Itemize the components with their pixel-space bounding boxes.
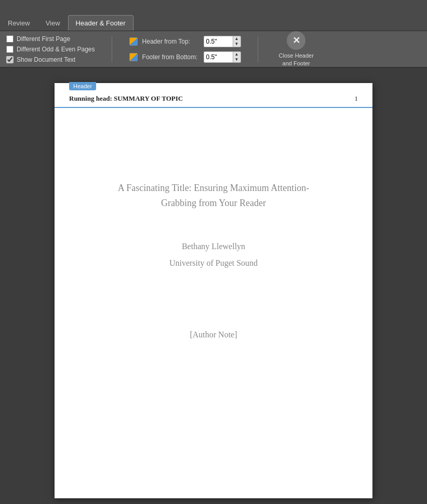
footer-from-bottom-field[interactable] [204,52,233,62]
footer-from-bottom-spinner: ▲ ▼ [233,52,241,62]
tab-view[interactable]: View [38,15,68,31]
options-group: Different First Page Different Odd & Eve… [6,35,95,63]
footer-from-bottom-input-wrap: ▲ ▼ [204,51,241,63]
page-body: A Fascinating Title: Ensuring Maximum At… [55,108,372,498]
header-from-top-input-wrap: ▲ ▼ [204,36,241,47]
document-institution: University of Puget Sound [169,258,258,268]
header-from-top-up[interactable]: ▲ [233,36,241,42]
header-from-top-down[interactable]: ▼ [233,42,241,47]
ribbon: Different First Page Different Odd & Eve… [0,31,427,67]
header-icon-rect [129,37,138,46]
document-author-note: [Author Note] [190,330,237,339]
different-first-page-input[interactable] [6,35,14,43]
page-header[interactable]: Header Running head: SUMMARY OF TOPIC 1 [55,83,372,108]
document-title: A Fascinating Title: Ensuring Maximum At… [118,181,310,211]
ribbon-divider-2 [258,36,258,62]
footer-from-bottom-down[interactable]: ▼ [233,57,241,62]
footer-from-bottom-row: Footer from Bottom: ▲ ▼ [129,51,241,63]
show-document-text-input[interactable] [6,56,14,63]
footer-icon [129,52,138,62]
header-from-top-spinner: ▲ ▼ [233,36,241,47]
different-odd-even-input[interactable] [6,46,14,53]
header-footer-distance-group: Header from Top: ▲ ▼ Footer from Bottom:… [129,36,241,63]
header-from-top-row: Header from Top: ▲ ▼ [129,36,241,47]
footer-from-bottom-up[interactable]: ▲ [233,52,241,57]
document-author: Bethany Llewellyn [182,242,245,251]
page-number: 1 [355,94,358,103]
different-first-page-label: Different First Page [17,35,70,43]
close-header-footer-button[interactable]: ✕ Close Header and Footer [279,31,314,67]
close-x-icon: ✕ [292,36,300,45]
different-odd-even-checkbox[interactable]: Different Odd & Even Pages [6,46,95,53]
header-from-top-field[interactable] [204,36,233,47]
show-document-text-checkbox[interactable]: Show Document Text [6,56,95,63]
footer-from-bottom-label: Footer from Bottom: [142,53,199,61]
close-circle-icon[interactable]: ✕ [287,31,305,50]
document-area: Header Running head: SUMMARY OF TOPIC 1 … [0,67,427,504]
footer-icon-rect [129,53,138,61]
header-from-top-label: Header from Top: [142,38,199,45]
running-head: Running head: SUMMARY OF TOPIC [69,94,183,103]
show-document-text-label: Show Document Text [17,56,75,63]
close-header-footer-label: Close Header and Footer [279,52,314,67]
header-icon [129,37,138,46]
tab-review[interactable]: Review [0,15,38,31]
different-first-page-checkbox[interactable]: Different First Page [6,35,95,43]
tab-header-footer[interactable]: Header & Footer [68,15,134,31]
tab-bar: Review View Header & Footer [0,0,427,31]
different-odd-even-label: Different Odd & Even Pages [17,46,95,53]
ribbon-divider-1 [112,36,112,62]
document-page: Header Running head: SUMMARY OF TOPIC 1 … [55,83,372,498]
header-label-tag: Header [69,82,96,90]
